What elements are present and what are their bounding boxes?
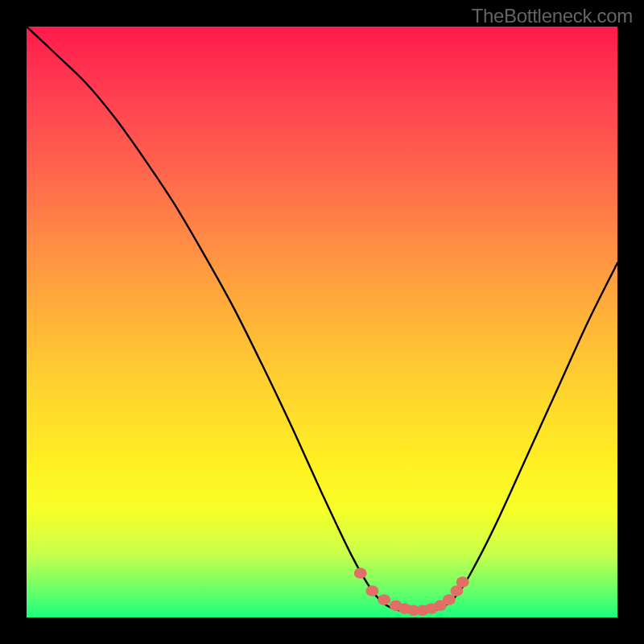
trough-marker [354, 568, 367, 579]
bottleneck-curve [27, 27, 617, 617]
trough-marker [456, 576, 469, 588]
plot-area [27, 27, 617, 617]
trough-marker [365, 585, 378, 597]
watermark-text: TheBottleneck.com [472, 5, 633, 27]
trough-marker [378, 594, 390, 605]
trough-marker [443, 594, 456, 605]
